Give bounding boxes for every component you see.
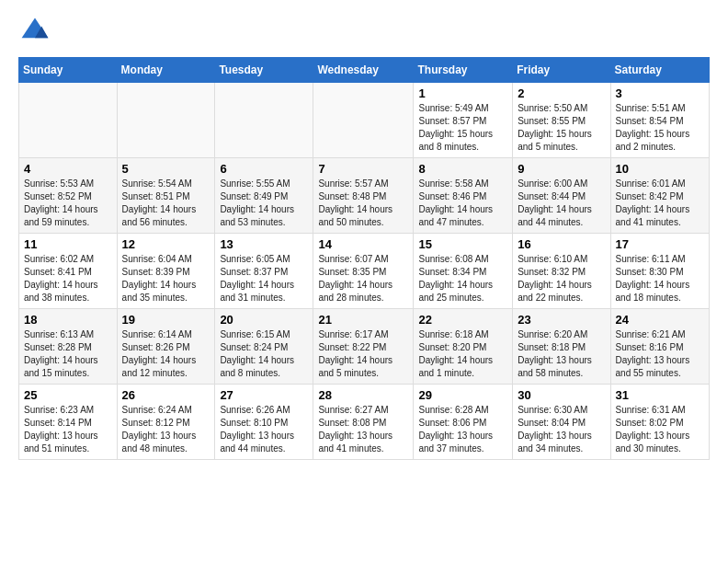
day-info: Sunrise: 5:58 AM Sunset: 8:46 PM Dayligh… [418, 178, 507, 229]
logo-icon [18, 15, 51, 48]
day-info: Sunrise: 6:17 AM Sunset: 8:22 PM Dayligh… [318, 328, 408, 380]
day-cell [19, 83, 118, 158]
day-number: 12 [122, 237, 210, 251]
day-info: Sunrise: 6:04 AM Sunset: 8:39 PM Dayligh… [122, 253, 210, 304]
day-info: Sunrise: 5:55 AM Sunset: 8:49 PM Dayligh… [220, 178, 308, 229]
day-number: 9 [518, 162, 605, 176]
day-cell: 5Sunrise: 5:54 AM Sunset: 8:51 PM Daylig… [117, 158, 215, 234]
day-info: Sunrise: 6:08 AM Sunset: 8:34 PM Dayligh… [418, 253, 507, 304]
day-info: Sunrise: 6:10 AM Sunset: 8:32 PM Dayligh… [518, 253, 605, 304]
calendar-table: SundayMondayTuesdayWednesdayThursdayFrid… [18, 57, 710, 460]
day-info: Sunrise: 6:21 AM Sunset: 8:16 PM Dayligh… [616, 328, 704, 380]
day-cell: 26Sunrise: 6:24 AM Sunset: 8:12 PM Dayli… [117, 385, 215, 460]
day-number: 27 [220, 388, 308, 402]
day-number: 15 [418, 237, 507, 251]
day-info: Sunrise: 6:11 AM Sunset: 8:30 PM Dayligh… [616, 253, 704, 304]
day-number: 25 [24, 388, 112, 402]
day-cell: 16Sunrise: 6:10 AM Sunset: 8:32 PM Dayli… [513, 234, 610, 309]
header-row: SundayMondayTuesdayWednesdayThursdayFrid… [19, 58, 710, 83]
day-info: Sunrise: 6:27 AM Sunset: 8:08 PM Dayligh… [318, 404, 408, 455]
calendar-body: 1Sunrise: 5:49 AM Sunset: 8:57 PM Daylig… [19, 83, 710, 460]
header-saturday: Saturday [610, 58, 709, 83]
day-cell: 23Sunrise: 6:20 AM Sunset: 8:18 PM Dayli… [513, 309, 610, 385]
day-number: 10 [616, 162, 704, 176]
day-info: Sunrise: 5:54 AM Sunset: 8:51 PM Dayligh… [122, 178, 210, 229]
day-number: 8 [418, 162, 507, 176]
day-number: 28 [318, 388, 408, 402]
day-number: 13 [220, 237, 308, 251]
day-cell [313, 83, 414, 158]
day-cell: 25Sunrise: 6:23 AM Sunset: 8:14 PM Dayli… [19, 385, 118, 460]
week-row-3: 11Sunrise: 6:02 AM Sunset: 8:41 PM Dayli… [19, 234, 710, 309]
day-number: 24 [616, 313, 704, 327]
day-number: 17 [616, 237, 704, 251]
day-number: 31 [616, 388, 704, 402]
day-info: Sunrise: 6:05 AM Sunset: 8:37 PM Dayligh… [220, 253, 308, 304]
header-wednesday: Wednesday [313, 58, 414, 83]
day-number: 5 [122, 162, 210, 176]
day-cell: 4Sunrise: 5:53 AM Sunset: 8:52 PM Daylig… [19, 158, 118, 234]
page-header [18, 15, 710, 48]
calendar-header: SundayMondayTuesdayWednesdayThursdayFrid… [19, 58, 710, 83]
header-friday: Friday [513, 58, 610, 83]
day-info: Sunrise: 6:01 AM Sunset: 8:42 PM Dayligh… [616, 178, 704, 229]
day-number: 23 [518, 313, 605, 327]
day-number: 4 [24, 162, 112, 176]
day-cell: 8Sunrise: 5:58 AM Sunset: 8:46 PM Daylig… [414, 158, 513, 234]
header-tuesday: Tuesday [215, 58, 313, 83]
day-cell: 9Sunrise: 6:00 AM Sunset: 8:44 PM Daylig… [513, 158, 610, 234]
day-cell: 30Sunrise: 6:30 AM Sunset: 8:04 PM Dayli… [513, 385, 610, 460]
day-number: 26 [122, 388, 210, 402]
day-info: Sunrise: 6:07 AM Sunset: 8:35 PM Dayligh… [318, 253, 408, 304]
day-info: Sunrise: 5:53 AM Sunset: 8:52 PM Dayligh… [24, 178, 112, 229]
day-number: 3 [616, 86, 704, 100]
header-sunday: Sunday [19, 58, 118, 83]
day-number: 22 [418, 313, 507, 327]
day-info: Sunrise: 5:51 AM Sunset: 8:54 PM Dayligh… [616, 102, 704, 154]
day-info: Sunrise: 6:30 AM Sunset: 8:04 PM Dayligh… [518, 404, 605, 455]
day-number: 14 [318, 237, 408, 251]
day-info: Sunrise: 5:57 AM Sunset: 8:48 PM Dayligh… [318, 178, 408, 229]
day-number: 21 [318, 313, 408, 327]
day-cell: 22Sunrise: 6:18 AM Sunset: 8:20 PM Dayli… [414, 309, 513, 385]
day-number: 29 [418, 388, 507, 402]
day-cell: 31Sunrise: 6:31 AM Sunset: 8:02 PM Dayli… [610, 385, 709, 460]
day-info: Sunrise: 6:26 AM Sunset: 8:10 PM Dayligh… [220, 404, 308, 455]
day-cell: 13Sunrise: 6:05 AM Sunset: 8:37 PM Dayli… [215, 234, 313, 309]
logo [18, 15, 55, 48]
day-info: Sunrise: 6:24 AM Sunset: 8:12 PM Dayligh… [122, 404, 210, 455]
day-info: Sunrise: 5:49 AM Sunset: 8:57 PM Dayligh… [418, 102, 507, 154]
day-info: Sunrise: 6:00 AM Sunset: 8:44 PM Dayligh… [518, 178, 605, 229]
day-cell [117, 83, 215, 158]
day-number: 18 [24, 313, 112, 327]
day-cell: 29Sunrise: 6:28 AM Sunset: 8:06 PM Dayli… [414, 385, 513, 460]
day-cell: 1Sunrise: 5:49 AM Sunset: 8:57 PM Daylig… [414, 83, 513, 158]
day-cell: 27Sunrise: 6:26 AM Sunset: 8:10 PM Dayli… [215, 385, 313, 460]
day-info: Sunrise: 5:50 AM Sunset: 8:55 PM Dayligh… [518, 102, 605, 154]
day-number: 7 [318, 162, 408, 176]
day-number: 11 [24, 237, 112, 251]
week-row-4: 18Sunrise: 6:13 AM Sunset: 8:28 PM Dayli… [19, 309, 710, 385]
day-cell: 18Sunrise: 6:13 AM Sunset: 8:28 PM Dayli… [19, 309, 118, 385]
day-cell: 7Sunrise: 5:57 AM Sunset: 8:48 PM Daylig… [313, 158, 414, 234]
day-cell: 12Sunrise: 6:04 AM Sunset: 8:39 PM Dayli… [117, 234, 215, 309]
day-info: Sunrise: 6:20 AM Sunset: 8:18 PM Dayligh… [518, 328, 605, 380]
day-info: Sunrise: 6:28 AM Sunset: 8:06 PM Dayligh… [418, 404, 507, 455]
day-cell: 17Sunrise: 6:11 AM Sunset: 8:30 PM Dayli… [610, 234, 709, 309]
day-info: Sunrise: 6:02 AM Sunset: 8:41 PM Dayligh… [24, 253, 112, 304]
day-number: 20 [220, 313, 308, 327]
day-cell: 11Sunrise: 6:02 AM Sunset: 8:41 PM Dayli… [19, 234, 118, 309]
day-number: 6 [220, 162, 308, 176]
day-info: Sunrise: 6:14 AM Sunset: 8:26 PM Dayligh… [122, 328, 210, 380]
day-info: Sunrise: 6:23 AM Sunset: 8:14 PM Dayligh… [24, 404, 112, 455]
day-number: 19 [122, 313, 210, 327]
header-thursday: Thursday [414, 58, 513, 83]
day-number: 1 [418, 86, 507, 100]
day-info: Sunrise: 6:15 AM Sunset: 8:24 PM Dayligh… [220, 328, 308, 380]
week-row-5: 25Sunrise: 6:23 AM Sunset: 8:14 PM Dayli… [19, 385, 710, 460]
day-cell: 14Sunrise: 6:07 AM Sunset: 8:35 PM Dayli… [313, 234, 414, 309]
day-cell: 24Sunrise: 6:21 AM Sunset: 8:16 PM Dayli… [610, 309, 709, 385]
day-cell: 10Sunrise: 6:01 AM Sunset: 8:42 PM Dayli… [610, 158, 709, 234]
day-number: 2 [518, 86, 605, 100]
day-number: 30 [518, 388, 605, 402]
